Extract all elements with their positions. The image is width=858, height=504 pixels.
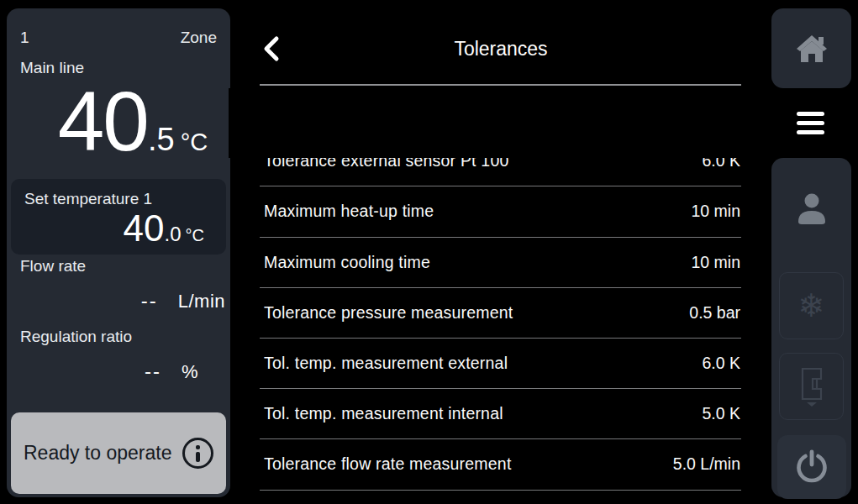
home-icon: [795, 34, 829, 64]
set-temperature-label: Set temperature 1: [11, 179, 226, 208]
set-temperature-card[interactable]: Set temperature 1 40.0°C: [11, 179, 226, 255]
cooling-button[interactable]: ❄: [779, 272, 844, 339]
tolerance-row[interactable]: Tol. temp. measurement external 6.0 K: [260, 339, 741, 389]
tolerance-row-label: Maximum heat-up time: [264, 202, 434, 221]
actual-temp-unit: °C: [181, 129, 208, 155]
sidebar-lower-segment: ❄: [771, 158, 851, 497]
power-icon: [793, 449, 830, 486]
set-temp-unit: °C: [186, 226, 204, 244]
regulation-ratio-value: --: [18, 360, 161, 383]
tolerance-row-label: Tolerance pressure measurement: [264, 303, 513, 323]
page-title: Tolerances: [230, 38, 771, 60]
status-card[interactable]: Ready to operate: [11, 412, 226, 494]
flow-rate-row: -- L/min: [7, 289, 230, 312]
snowflake-icon: ❄: [798, 290, 825, 322]
zone-status-panel: 1 Zone Main line 40.5°C Set temperature …: [7, 8, 230, 497]
tolerance-row-label: Tolerance flow rate measurement: [264, 454, 512, 474]
hamburger-icon: [797, 112, 824, 134]
tolerances-screen: Tolerances Tolerance pressure gauge 0.5 …: [230, 0, 771, 504]
zone-header: 1 Zone: [7, 8, 230, 47]
tolerance-row[interactable]: Maximum heat-up time 10 min: [260, 186, 741, 237]
user-icon: [793, 192, 830, 225]
tolerance-row-label: Tol. temp. measurement external: [264, 354, 508, 373]
sidebar-item-user[interactable]: [771, 181, 851, 235]
tolerance-row-value: 10 min: [691, 253, 740, 272]
tolerance-row[interactable]: Maximum cooling time 10 min: [260, 238, 741, 288]
power-button[interactable]: [777, 435, 846, 499]
sidebar-item-menu-active[interactable]: [229, 88, 846, 158]
regulation-ratio-label: Regulation ratio: [7, 328, 230, 346]
tolerance-row-value: 5.0 L/min: [673, 454, 740, 474]
flow-rate-label: Flow rate: [7, 257, 230, 276]
tolerance-row[interactable]: Tolerance pressure measurement 0.5 bar: [260, 288, 741, 339]
regulation-ratio-row: -- %: [7, 360, 230, 383]
set-temperature-value: 40.0°C: [11, 210, 226, 247]
set-temp-int: 40: [124, 207, 165, 249]
flow-rate-unit: L/min: [178, 291, 225, 312]
zone-label: Zone: [181, 29, 217, 47]
tolerance-row[interactable]: Tol. temp. measurement internal 5.0 K: [260, 389, 741, 439]
regulation-ratio-unit: %: [182, 361, 198, 383]
main-line-label: Main line: [7, 47, 230, 77]
zone-number: 1: [20, 29, 29, 47]
tolerance-row-value: 0.5 bar: [689, 303, 740, 323]
actual-temp-dec: .5: [148, 122, 175, 157]
tolerance-row-label: Maximum cooling time: [264, 253, 430, 272]
tolerance-row-value: 6.0 K: [702, 354, 740, 373]
actual-temperature-display: 40.5°C: [7, 79, 230, 163]
tolerance-row-label: Tol. temp. measurement internal: [264, 404, 503, 423]
actual-temp-int: 40: [58, 74, 148, 168]
set-temp-dec: .0: [165, 223, 182, 245]
sidebar: ❄: [771, 8, 851, 497]
sidebar-item-home[interactable]: [771, 8, 851, 88]
info-icon[interactable]: [182, 438, 213, 469]
flow-rate-value: --: [18, 289, 158, 312]
status-text: Ready to operate: [24, 442, 171, 465]
mold-purge-button[interactable]: [779, 353, 844, 420]
tolerance-row[interactable]: Tolerance flow rate measurement 5.0 L/mi…: [260, 439, 741, 490]
tolerance-row-value: 5.0 K: [702, 404, 740, 423]
tolerance-row-value: 10 min: [691, 202, 740, 221]
mold-purge-icon: [795, 365, 829, 407]
